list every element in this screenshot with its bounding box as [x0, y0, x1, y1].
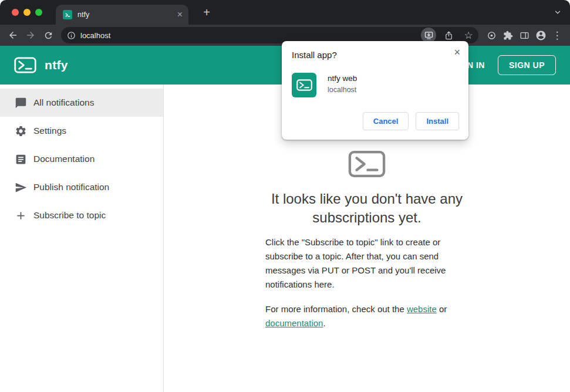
- ntfy-favicon-icon: [63, 10, 72, 19]
- toolbar-extensions-area: ⋮: [483, 27, 565, 43]
- send-icon: [14, 181, 27, 194]
- empty-state-more-info: For more information, check out the webs…: [265, 302, 468, 330]
- install-app-origin: localhost: [328, 86, 357, 94]
- install-button[interactable]: Install: [416, 112, 459, 130]
- sidebar-item-all-notifications[interactable]: All notifications: [0, 89, 163, 117]
- install-dialog-title: Install app?: [292, 50, 459, 60]
- side-panel-icon[interactable]: [516, 27, 532, 43]
- extension-circle-icon[interactable]: [483, 27, 500, 43]
- book-icon: [14, 153, 27, 165]
- sidebar-item-label: All notifications: [33, 97, 94, 108]
- sidebar-item-label: Subscribe to topic: [33, 210, 106, 221]
- address-url[interactable]: localhost: [80, 31, 416, 40]
- reload-button[interactable]: [40, 27, 56, 43]
- ntfy-logo-icon: [14, 57, 36, 73]
- sidebar-item-label: Settings: [33, 126, 66, 136]
- back-button[interactable]: [5, 27, 21, 43]
- chat-bubble-icon: [14, 96, 27, 109]
- sign-up-button[interactable]: SIGN UP: [498, 55, 556, 75]
- more-info-text: or: [437, 304, 447, 314]
- browser-menu-kebab-icon[interactable]: ⋮: [549, 27, 565, 43]
- more-info-text: For more information, check out the: [265, 304, 407, 314]
- empty-state-heading: It looks like you don't have any subscri…: [241, 190, 493, 227]
- titlebar: ntfy × +: [0, 0, 570, 25]
- install-app-dialog: Install app? × ntfy web localhost Cancel…: [282, 41, 468, 140]
- ntfy-app-icon: [292, 73, 316, 97]
- close-window-button[interactable]: [12, 9, 19, 16]
- cancel-button[interactable]: Cancel: [363, 112, 409, 130]
- ntfy-empty-state-icon: [348, 150, 386, 180]
- forward-button[interactable]: [22, 27, 39, 43]
- empty-state-paragraph: Click the "Subscribe to topic" link to c…: [265, 235, 468, 292]
- sidebar-item-subscribe-to-topic[interactable]: Subscribe to topic: [0, 201, 163, 229]
- sidebar-item-documentation[interactable]: Documentation: [0, 145, 163, 173]
- sidebar-item-publish-notification[interactable]: Publish notification: [0, 173, 163, 201]
- more-info-text: .: [323, 318, 325, 328]
- website-link[interactable]: website: [407, 304, 437, 314]
- profile-avatar-icon[interactable]: [532, 27, 549, 43]
- sidebar-item-label: Documentation: [33, 154, 95, 164]
- site-info-icon[interactable]: [67, 31, 76, 40]
- maximize-window-button[interactable]: [35, 9, 42, 16]
- tab-close-icon[interactable]: ×: [177, 10, 183, 19]
- tab-title: ntfy: [77, 11, 172, 19]
- sidebar-item-settings[interactable]: Settings: [0, 117, 163, 145]
- documentation-link[interactable]: documentation: [265, 318, 323, 328]
- browser-window: ntfy × + localhost: [0, 0, 570, 392]
- plus-icon: [14, 209, 27, 222]
- new-tab-button[interactable]: +: [200, 6, 214, 20]
- dialog-close-icon[interactable]: ×: [454, 47, 460, 58]
- gear-icon: [14, 124, 27, 137]
- window-controls: [12, 9, 42, 16]
- app-title: ntfy: [45, 58, 68, 72]
- install-app-name: ntfy web: [328, 74, 357, 83]
- extensions-puzzle-icon[interactable]: [500, 27, 516, 43]
- browser-tab-ntfy[interactable]: ntfy ×: [56, 5, 188, 25]
- minimize-window-button[interactable]: [23, 9, 31, 16]
- sidebar-item-label: Publish notification: [33, 182, 109, 192]
- tab-search-chevron-icon[interactable]: [554, 8, 562, 19]
- sidebar: All notifications Settings Documentation…: [0, 85, 164, 392]
